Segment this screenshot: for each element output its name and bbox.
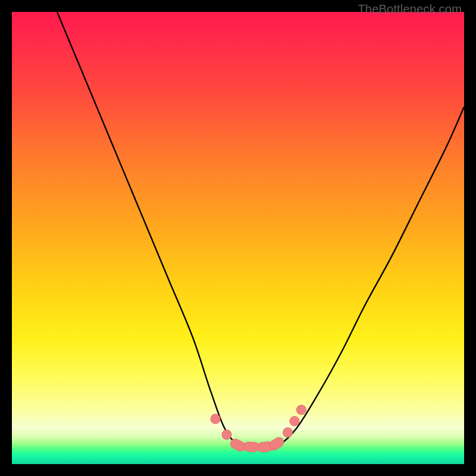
plot-area <box>12 12 464 464</box>
bottleneck-curve <box>57 12 464 447</box>
marker-group <box>209 403 308 453</box>
curve-layer <box>12 12 464 464</box>
curve-marker <box>209 412 222 425</box>
chart-frame: TheBottleneck.com <box>0 0 476 476</box>
curve-marker <box>281 426 294 439</box>
watermark-text: TheBottleneck.com <box>358 2 462 16</box>
